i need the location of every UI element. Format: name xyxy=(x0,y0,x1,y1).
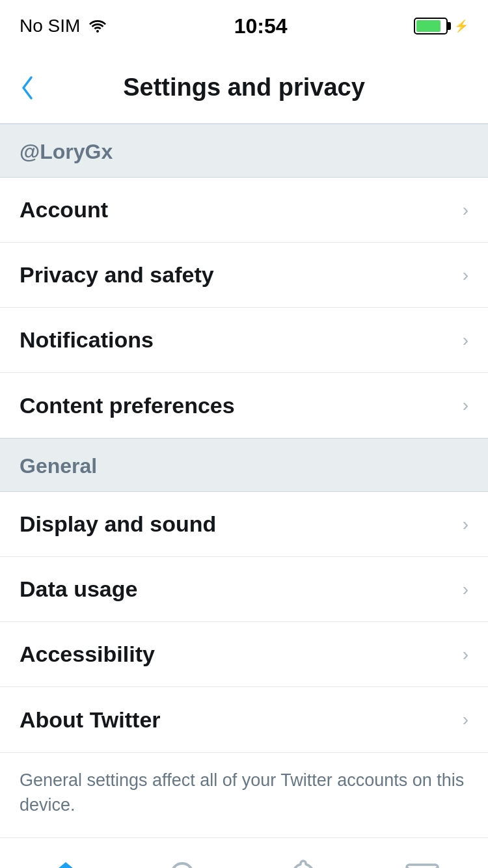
account-item[interactable]: Account › xyxy=(0,178,488,243)
chevron-right-icon: › xyxy=(463,579,468,600)
accessibility-item[interactable]: Accessibility › xyxy=(0,622,488,687)
notifications-icon xyxy=(284,857,323,868)
account-username: @LoryGx xyxy=(20,140,113,163)
notifications-label: Notifications xyxy=(20,327,154,353)
battery-fill xyxy=(416,20,441,32)
tab-notifications[interactable] xyxy=(244,838,363,868)
general-section-header: General xyxy=(0,438,488,492)
chevron-right-icon: › xyxy=(463,644,468,665)
tab-bar xyxy=(0,837,488,868)
chevron-right-icon: › xyxy=(463,265,468,286)
navigation-bar: Settings and privacy xyxy=(0,52,488,124)
about-twitter-item[interactable]: About Twitter › xyxy=(0,687,488,752)
svg-rect-2 xyxy=(407,865,438,868)
content-preferences-item[interactable]: Content preferences › xyxy=(0,373,488,438)
notifications-item[interactable]: Notifications › xyxy=(0,308,488,373)
messages-icon xyxy=(403,857,442,868)
home-icon xyxy=(46,857,85,868)
status-carrier: No SIM xyxy=(20,16,107,36)
footer-note-text: General settings affect all of your Twit… xyxy=(20,770,464,815)
about-twitter-label: About Twitter xyxy=(20,707,161,733)
charging-icon: ⚡ xyxy=(454,19,468,33)
tab-search[interactable] xyxy=(126,838,245,868)
general-header-label: General xyxy=(20,454,97,478)
tab-messages[interactable] xyxy=(363,838,482,868)
chevron-right-icon: › xyxy=(463,514,468,535)
accessibility-label: Accessibility xyxy=(20,642,155,667)
chevron-right-icon: › xyxy=(463,330,468,351)
chevron-right-icon: › xyxy=(463,709,468,730)
account-section-header: @LoryGx xyxy=(0,124,488,178)
page-title: Settings and privacy xyxy=(123,74,365,102)
general-settings-list: Display and sound › Data usage › Accessi… xyxy=(0,492,488,752)
chevron-right-icon: › xyxy=(463,200,468,221)
tab-home[interactable] xyxy=(7,838,126,868)
general-footer-note: General settings affect all of your Twit… xyxy=(0,752,488,837)
back-button[interactable] xyxy=(20,75,35,101)
privacy-safety-item[interactable]: Privacy and safety › xyxy=(0,243,488,308)
account-label: Account xyxy=(20,197,108,223)
wifi-icon xyxy=(88,18,107,34)
back-chevron-icon xyxy=(20,75,35,101)
chevron-right-icon: › xyxy=(463,395,468,416)
display-sound-item[interactable]: Display and sound › xyxy=(0,492,488,557)
data-usage-label: Data usage xyxy=(20,576,137,602)
status-indicators: ⚡ xyxy=(414,18,468,34)
data-usage-item[interactable]: Data usage › xyxy=(0,557,488,622)
display-sound-label: Display and sound xyxy=(20,511,216,537)
search-icon xyxy=(165,857,204,868)
svg-point-0 xyxy=(172,863,193,868)
status-time: 10:54 xyxy=(107,14,414,38)
status-bar: No SIM 10:54 ⚡ xyxy=(0,0,488,52)
content-preferences-label: Content preferences xyxy=(20,393,235,418)
account-settings-list: Account › Privacy and safety › Notificat… xyxy=(0,178,488,438)
battery-icon xyxy=(414,18,448,34)
privacy-safety-label: Privacy and safety xyxy=(20,262,214,288)
